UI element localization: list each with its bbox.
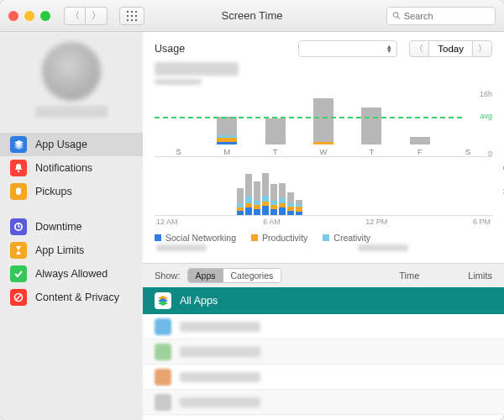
date-prev-button[interactable]: 〈: [409, 40, 429, 57]
show-label: Show:: [155, 270, 181, 281]
app-icon: [155, 344, 171, 360]
sidebar-item-pickups[interactable]: Pickups: [0, 180, 143, 203]
hourglass-icon: [10, 242, 27, 259]
table-row[interactable]: [143, 339, 504, 365]
grid-button[interactable]: [119, 7, 144, 25]
close-window-button[interactable]: [8, 11, 18, 21]
week-bar: W: [299, 98, 347, 156]
zoom-window-button[interactable]: [40, 11, 50, 21]
seg-apps[interactable]: Apps: [188, 269, 223, 282]
date-pager: 〈 Today 〉: [409, 40, 492, 57]
minimize-window-button[interactable]: [24, 11, 34, 21]
avg-line: [155, 117, 462, 118]
legend-label: Creativity: [333, 233, 370, 243]
seg-categories[interactable]: Categories: [223, 269, 281, 282]
legend-social: Social Networking: [155, 233, 236, 243]
usage-label: Usage: [155, 43, 185, 55]
sidebar-item-downtime[interactable]: Downtime: [0, 215, 143, 239]
sidebar-item-notifications[interactable]: Notifications: [0, 156, 143, 180]
layers-icon: [10, 136, 27, 153]
grid-icon: [127, 11, 137, 21]
swatch-icon: [251, 234, 258, 241]
svg-line-20: [16, 295, 21, 300]
svg-rect-6: [127, 19, 129, 21]
sidebar-item-app-usage[interactable]: App Usage: [0, 133, 143, 156]
search-icon: [392, 11, 401, 20]
app-name-blurred: [180, 347, 260, 357]
svg-point-14: [18, 171, 19, 172]
week-bar: M: [202, 117, 250, 156]
sidebar-item-label: App Limits: [35, 244, 84, 256]
svg-rect-8: [135, 19, 137, 21]
table-row[interactable]: [143, 390, 504, 415]
svg-line-10: [397, 17, 399, 18]
avatar[interactable]: [42, 42, 101, 101]
ytick: 0: [488, 150, 492, 158]
week-label: T: [273, 147, 278, 156]
charts: avg 16h 0 SMTWTFS 60m 30m 12 AM 6 AM 12 …: [143, 85, 504, 263]
svg-rect-7: [131, 19, 133, 21]
week-chart: avg 16h 0 SMTWTFS: [155, 92, 492, 157]
hand-icon: [10, 183, 27, 200]
footer-blur: [155, 244, 492, 258]
sidebar-item-app-limits[interactable]: App Limits: [0, 239, 143, 262]
hour-bar: [279, 183, 286, 215]
moon-icon: [10, 218, 27, 235]
period-select[interactable]: ▴▾: [298, 40, 397, 57]
hour-bar: [270, 184, 277, 215]
table-row[interactable]: [143, 314, 504, 339]
check-icon: [10, 265, 27, 282]
hour-bar: [254, 181, 260, 215]
week-bar: T: [251, 118, 299, 156]
sidebar: App UsageNotificationsPickups DowntimeAp…: [0, 32, 143, 420]
table-row[interactable]: [143, 365, 504, 390]
svg-rect-18: [18, 226, 19, 227]
week-bar: F: [396, 137, 444, 156]
date-next-button[interactable]: 〉: [472, 40, 492, 57]
col-limits: Limits: [468, 270, 492, 281]
legend-label: Social Networking: [165, 233, 236, 243]
all-apps-row[interactable]: All Apps: [143, 287, 504, 314]
swatch-icon: [323, 234, 329, 241]
main-panel: Usage ▴▾ 〈 Today 〉 avg 16h: [143, 32, 504, 420]
user-name-blurred: [35, 106, 108, 118]
week-bar: S: [155, 144, 202, 156]
show-segmented: Apps Categories: [187, 268, 282, 283]
week-bar: T: [348, 108, 396, 156]
svg-rect-2: [135, 11, 137, 13]
forward-button[interactable]: 〉: [86, 7, 108, 25]
app-list: [143, 314, 504, 415]
svg-rect-5: [135, 15, 137, 17]
search-input[interactable]: [404, 11, 490, 21]
avg-label: avg: [480, 112, 492, 120]
hour-bar: [245, 174, 252, 215]
sidebar-item-always-allowed[interactable]: Always Allowed: [0, 262, 143, 286]
svg-rect-3: [127, 15, 129, 17]
app-table: Show: Apps Categories Time Limits All Ap…: [143, 263, 504, 415]
hour-bar: [262, 173, 269, 215]
date-current: Today: [429, 40, 472, 57]
sidebar-item-label: Always Allowed: [35, 268, 108, 280]
table-header: Show: Apps Categories Time Limits: [143, 264, 504, 287]
window: 〈 〉 Screen Time App UsageNotificationsPi…: [0, 0, 504, 420]
traffic-lights: [8, 11, 50, 21]
search-field[interactable]: [386, 7, 496, 25]
titlebar: 〈 〉 Screen Time: [0, 0, 504, 32]
app-name-blurred: [180, 397, 260, 407]
xtick: 12 PM: [365, 218, 387, 226]
bell-icon: [10, 160, 27, 176]
week-label: T: [369, 147, 374, 156]
svg-rect-1: [131, 11, 133, 13]
week-label: W: [319, 147, 327, 156]
panel-header: Usage ▴▾ 〈 Today 〉: [143, 32, 504, 60]
sidebar-item-content-privacy[interactable]: Content & Privacy: [0, 286, 143, 309]
device-name: [143, 62, 504, 85]
hour-bar: [287, 192, 294, 215]
svg-rect-0: [127, 11, 129, 13]
layers-icon: [155, 292, 171, 309]
sidebar-item-label: Downtime: [35, 221, 82, 233]
back-button[interactable]: 〈: [64, 7, 86, 25]
xtick: 12 AM: [156, 218, 178, 226]
legend-label: Productivity: [262, 233, 307, 243]
svg-point-9: [393, 13, 398, 18]
